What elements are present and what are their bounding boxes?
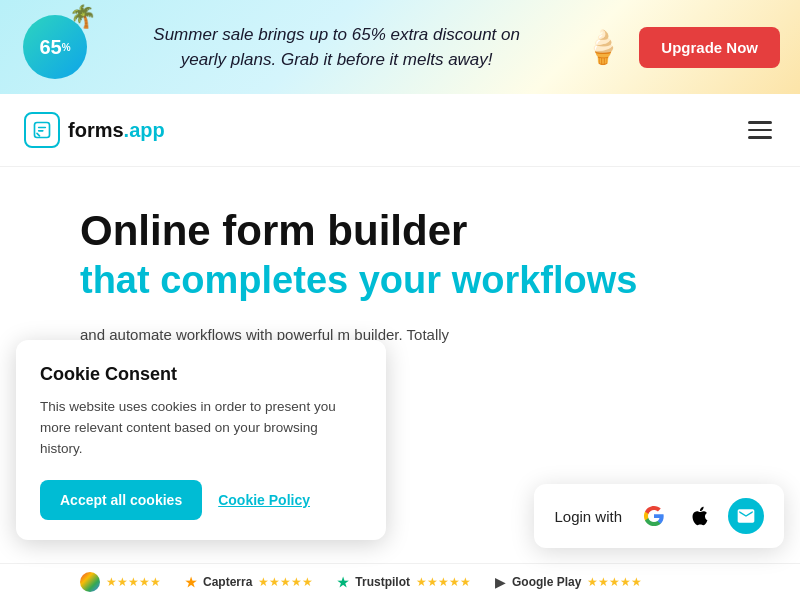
header: forms.app — [0, 94, 800, 167]
hamburger-line-3 — [748, 136, 772, 139]
cookie-body-text: This website uses cookies in order to pr… — [40, 397, 362, 460]
trust-trustpilot: ★ Trustpilot ★★★★★ — [337, 575, 471, 590]
logo[interactable]: forms.app — [24, 112, 165, 148]
google-icon — [643, 505, 665, 527]
logo-text: forms.app — [68, 119, 165, 142]
googleplay-label: Google Play — [512, 575, 581, 589]
cookie-consent-box: Cookie Consent This website uses cookies… — [16, 340, 386, 540]
promo-badge: 65 % 🌴 — [20, 12, 90, 82]
cookie-title: Cookie Consent — [40, 364, 362, 385]
apple-icon — [689, 505, 711, 527]
cookie-actions: Accept all cookies Cookie Policy — [40, 480, 362, 520]
promo-text-block: Summer sale brings up to 65% extra disco… — [106, 22, 567, 73]
trust-google: ★★★★★ — [80, 572, 161, 592]
accept-cookies-button[interactable]: Accept all cookies — [40, 480, 202, 520]
promo-text-line1: Summer sale brings up to 65% extra disco… — [106, 22, 567, 48]
login-label: Login with — [554, 508, 622, 525]
promo-banner: 65 % 🌴 Summer sale brings up to 65% extr… — [0, 0, 800, 94]
email-login-button[interactable] — [728, 498, 764, 534]
trustpilot-logo-icon: ★ — [337, 575, 349, 590]
forms-icon — [32, 120, 52, 140]
cookie-policy-link[interactable]: Cookie Policy — [218, 492, 310, 508]
googleplay-stars: ★★★★★ — [587, 575, 642, 589]
headline-sub: that completes your workflows — [80, 259, 776, 303]
logo-icon — [24, 112, 60, 148]
googleplay-logo-icon: ▶ — [495, 574, 506, 590]
capterra-label: Capterra — [203, 575, 252, 589]
leaf-icon: 🌴 — [69, 4, 96, 30]
ice-cream-icon: 🍦 — [583, 28, 623, 66]
apple-login-button[interactable] — [682, 498, 718, 534]
capterra-stars: ★★★★★ — [258, 575, 313, 589]
trustpilot-label: Trustpilot — [355, 575, 410, 589]
trustpilot-stars: ★★★★★ — [416, 575, 471, 589]
hamburger-line-2 — [748, 129, 772, 132]
email-icon — [736, 506, 756, 526]
trust-bar: ★★★★★ ★ Capterra ★★★★★ ★ Trustpilot ★★★★… — [0, 563, 800, 600]
trust-capterra: ★ Capterra ★★★★★ — [185, 575, 313, 590]
google-stars: ★★★★★ — [106, 575, 161, 589]
headline: Online form builder — [80, 207, 776, 255]
google-login-button[interactable] — [636, 498, 672, 534]
upgrade-now-button[interactable]: Upgrade Now — [639, 27, 780, 68]
login-widget: Login with — [534, 484, 784, 548]
login-icons — [636, 498, 764, 534]
hamburger-line-1 — [748, 121, 772, 124]
promo-text-line2: yearly plans. Grab it before it melts aw… — [106, 47, 567, 73]
hamburger-menu[interactable] — [744, 117, 776, 143]
trust-googleplay: ▶ Google Play ★★★★★ — [495, 574, 642, 590]
capterra-logo-icon: ★ — [185, 575, 197, 590]
google-logo-icon — [80, 572, 100, 592]
